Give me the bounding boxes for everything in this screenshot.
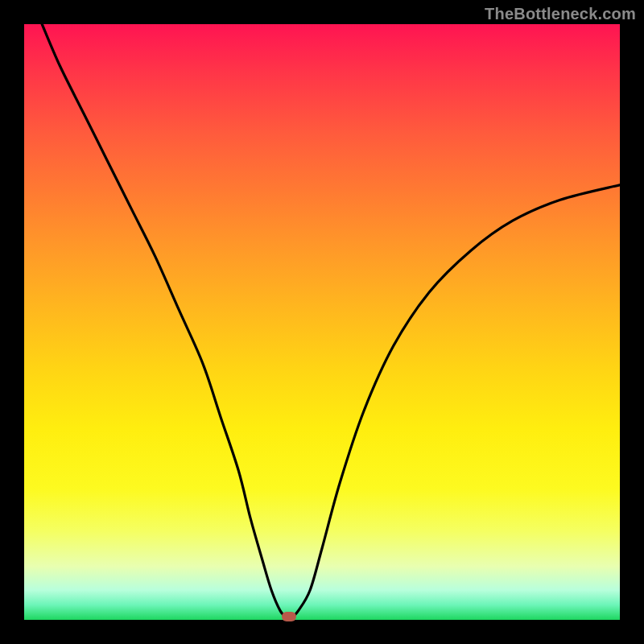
watermark-text: TheBottleneck.com [485,5,636,23]
curve-svg [24,24,620,620]
plot-area [24,24,620,620]
chart-container: TheBottleneck.com [0,0,644,644]
bottleneck-curve [42,24,620,617]
optimal-marker [282,612,296,621]
